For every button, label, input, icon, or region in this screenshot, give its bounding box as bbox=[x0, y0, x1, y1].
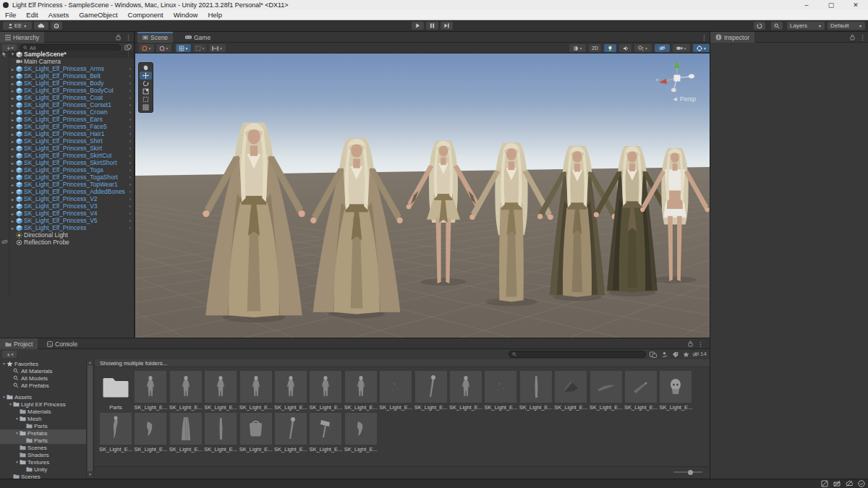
asset-item[interactable]: SK_Light_E... bbox=[344, 371, 378, 411]
audio-toggle-button[interactable] bbox=[619, 44, 631, 52]
asset-item[interactable]: SK_Light_E... bbox=[274, 413, 307, 453]
asset-item[interactable]: SK_Light_E... bbox=[309, 371, 342, 411]
cloud-disabled-icon[interactable] bbox=[846, 480, 853, 487]
kebab-menu-icon[interactable]: ⋮ bbox=[697, 341, 704, 348]
orientation-gizmo[interactable]: x ◄ Persp bbox=[655, 59, 699, 106]
tab-inspector[interactable]: Inspector bbox=[710, 32, 754, 43]
menu-gameobject[interactable]: GameObject bbox=[74, 11, 122, 19]
hierarchy-item[interactable]: ▸SK_Light_Elf_Princess_V2› bbox=[9, 195, 134, 202]
progress-check-icon[interactable] bbox=[858, 480, 865, 487]
hierarchy-item[interactable]: ▸SK_Light_Elf_Princess_Ears› bbox=[9, 116, 134, 123]
asset-item[interactable]: SK_Light_E... bbox=[239, 413, 273, 453]
asset-item[interactable]: SK_Light_E... bbox=[134, 413, 167, 453]
pivot-button[interactable]: ▼ bbox=[156, 44, 171, 52]
scene-viewport[interactable]: x ◄ Persp bbox=[135, 53, 710, 338]
asset-item[interactable]: SK_Light_E... bbox=[99, 413, 132, 453]
asset-folder[interactable]: Parts bbox=[99, 371, 132, 411]
hierarchy-item[interactable]: ▸SK_Light_Elf_Princess_Arms› bbox=[9, 65, 134, 72]
hierarchy-item[interactable]: ▸SK_Light_Elf_Princess_Coat› bbox=[9, 94, 134, 101]
project-tree-item-all-materials[interactable]: All Materials bbox=[0, 367, 86, 374]
hierarchy-item[interactable]: Reflection Probe bbox=[9, 239, 134, 246]
effects-button[interactable]: ▼ bbox=[634, 44, 652, 52]
rotate-tool-button[interactable] bbox=[140, 80, 152, 87]
tab-project[interactable]: Project bbox=[0, 338, 38, 349]
asset-item[interactable]: SK_Light_E... bbox=[204, 413, 237, 453]
layout-dropdown[interactable]: Default▼ bbox=[827, 22, 865, 30]
kebab-menu-icon[interactable]: ⋮ bbox=[125, 34, 132, 41]
hierarchy-item[interactable]: ▸SK_Light_Elf_Princess_Face5› bbox=[9, 123, 134, 130]
transform-tool-button[interactable] bbox=[140, 103, 152, 111]
step-button[interactable] bbox=[441, 22, 453, 30]
project-tree-scrollbar[interactable]: ▲ ▼ bbox=[86, 359, 94, 477]
undo-history-button[interactable] bbox=[754, 22, 765, 30]
hierarchy-item[interactable]: ▸SK_Light_Elf_Princess_V4› bbox=[9, 210, 134, 217]
lighting-toggle-button[interactable] bbox=[604, 44, 616, 52]
scene-camera-button[interactable]: ▼ bbox=[673, 44, 690, 52]
account-button[interactable]: EE▼ bbox=[3, 22, 32, 30]
scene-visibility-button[interactable] bbox=[655, 44, 670, 52]
grid-snap-button[interactable]: ▼ bbox=[176, 44, 191, 52]
kebab-menu-icon[interactable]: ⋮ bbox=[859, 34, 866, 41]
snap-increment-button[interactable]: ▼ bbox=[193, 44, 207, 52]
hierarchy-item[interactable]: ▸SK_Light_Elf_Princess_SkirtShort› bbox=[9, 159, 134, 166]
hierarchy-item[interactable]: ▸SK_Light_Elf_Princess_TopWear1› bbox=[9, 181, 134, 188]
asset-item[interactable]: SK_Light_E... bbox=[449, 371, 482, 411]
scene-header-row[interactable]: ▼SampleScene*⋮ bbox=[9, 51, 134, 58]
snap-move-button[interactable]: ▼ bbox=[209, 44, 226, 52]
asset-item[interactable]: SK_Light_E... bbox=[519, 371, 553, 411]
search-button[interactable] bbox=[771, 22, 783, 30]
pause-button[interactable] bbox=[426, 22, 438, 30]
tool-settings-button[interactable]: ▼ bbox=[139, 44, 154, 52]
project-tree-item-assets[interactable]: ▼Assets bbox=[0, 393, 86, 401]
hierarchy-item[interactable]: ▸SK_Light_Elf_Princess_Crown› bbox=[9, 108, 134, 116]
asset-item[interactable]: SK_Light_E... bbox=[274, 371, 307, 411]
menu-assets[interactable]: Assets bbox=[43, 11, 75, 19]
hierarchy-item[interactable]: ▸SK_Light_Elf_Princess_Corset1› bbox=[9, 101, 134, 108]
asset-item[interactable]: SK_Light_E... bbox=[204, 371, 237, 411]
project-tree-item-unity[interactable]: Unity bbox=[0, 466, 86, 473]
hierarchy-item[interactable]: ▸SK_Light_Elf_Princess_Shirt› bbox=[9, 137, 134, 145]
kebab-menu-icon[interactable]: ⋮ bbox=[701, 34, 707, 41]
cache-server-disabled-icon[interactable] bbox=[821, 480, 828, 487]
play-button[interactable] bbox=[412, 22, 424, 30]
pick-toggle-icon[interactable] bbox=[1, 51, 7, 57]
gizmos-button[interactable]: ▼ bbox=[693, 44, 710, 52]
asset-item[interactable]: SK_Light_E... bbox=[624, 371, 658, 411]
favorites-star-icon[interactable] bbox=[683, 351, 689, 358]
asset-item[interactable]: SK_Light_E... bbox=[344, 413, 378, 453]
shading-mode-button[interactable]: ▼ bbox=[569, 44, 586, 52]
visibility-toggle-icon[interactable] bbox=[1, 239, 8, 244]
hierarchy-item[interactable]: ▸SK_Light_Elf_Princess› bbox=[9, 224, 134, 231]
lock-icon[interactable] bbox=[116, 34, 121, 40]
search-package-icon[interactable] bbox=[650, 351, 657, 358]
asset-item[interactable]: SK_Light_E... bbox=[169, 371, 203, 411]
menu-file[interactable]: File bbox=[0, 11, 21, 19]
lock-icon[interactable] bbox=[688, 341, 693, 347]
project-tree-item-scenes[interactable]: Scenes bbox=[0, 473, 86, 479]
tab-console[interactable]: Console bbox=[42, 338, 82, 349]
menu-help[interactable]: Help bbox=[203, 11, 227, 19]
project-tree-item-all-prefabs[interactable]: All Prefabs bbox=[0, 382, 86, 389]
create-asset-button[interactable]: ＋ ▾ bbox=[2, 351, 17, 358]
rect-tool-button[interactable] bbox=[140, 95, 152, 103]
move-tool-button[interactable] bbox=[140, 72, 152, 80]
menu-edit[interactable]: Edit bbox=[21, 11, 43, 19]
asset-item[interactable]: SK_Light_E... bbox=[484, 371, 517, 411]
asset-item[interactable]: SK_Light_E... bbox=[169, 413, 203, 453]
hierarchy-item[interactable]: ▸SK_Light_Elf_Princess_V3› bbox=[9, 202, 134, 210]
asset-item[interactable]: SK_Light_E... bbox=[309, 413, 342, 453]
hierarchy-item[interactable]: ▸SK_Light_Elf_Princess_V5› bbox=[9, 217, 134, 224]
hierarchy-item[interactable]: ▸SK_Light_Elf_Princess_Body› bbox=[9, 80, 134, 87]
project-tree-item-parts[interactable]: Parts bbox=[0, 422, 86, 429]
hierarchy-item[interactable]: Main Camera bbox=[9, 58, 134, 65]
menu-component[interactable]: Component bbox=[123, 11, 169, 19]
asset-item[interactable]: SK_Light_E... bbox=[554, 371, 587, 411]
asset-item[interactable]: SK_Light_E... bbox=[659, 371, 692, 411]
hierarchy-item[interactable]: ▸SK_Light_Elf_Princess_Hair1› bbox=[9, 130, 134, 137]
asset-item[interactable]: SK_Light_E... bbox=[590, 371, 623, 411]
2d-toggle-button[interactable]: 2D bbox=[589, 44, 601, 52]
project-tree-item-light-elf-princess[interactable]: ▼Light Elf Princess bbox=[0, 401, 86, 408]
project-search-input[interactable] bbox=[509, 351, 646, 358]
hierarchy-item[interactable]: ▸SK_Light_Elf_Princess_TogaShort› bbox=[9, 174, 134, 181]
minimize-button[interactable]: – bbox=[794, 0, 819, 10]
